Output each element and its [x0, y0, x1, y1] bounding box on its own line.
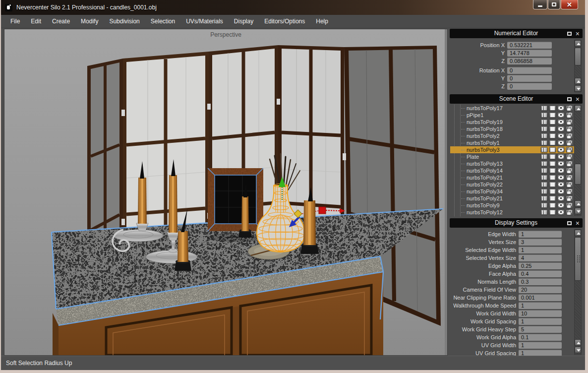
shaded-icon[interactable] [549, 126, 556, 132]
scene-row[interactable]: nurbsToPoly21 [450, 195, 574, 202]
position-z-field[interactable]: 0.086858 [507, 58, 552, 64]
setting-field[interactable]: 0.1 [519, 334, 562, 341]
scene-row[interactable]: nurbsToPoly14 [450, 167, 574, 174]
numerical-editor-header[interactable]: Numerical Editor × [450, 29, 583, 38]
scroll-up-button[interactable] [575, 200, 581, 207]
eye-icon[interactable] [557, 209, 565, 215]
shaded-icon[interactable] [549, 188, 556, 194]
scene-object-label[interactable]: Plate [465, 154, 539, 160]
shaded-icon[interactable] [549, 112, 556, 118]
eye-icon[interactable] [557, 182, 565, 187]
eye-icon[interactable] [557, 112, 565, 118]
shaded-icon[interactable] [549, 175, 556, 181]
lock-icon[interactable] [566, 133, 573, 139]
picture-frame[interactable] [207, 168, 264, 242]
setting-field[interactable]: 0.25 [519, 262, 562, 269]
multiview-icon[interactable] [540, 168, 548, 174]
eye-icon[interactable] [557, 140, 565, 146]
eye-icon[interactable] [557, 133, 565, 139]
position-y-field[interactable]: 14.7478 [507, 50, 552, 57]
eye-icon[interactable] [557, 105, 565, 111]
lock-icon[interactable] [566, 175, 573, 181]
multiview-icon[interactable] [540, 182, 548, 187]
scene-row[interactable]: nurbsToPoly18 [450, 125, 574, 132]
multiview-icon[interactable] [540, 147, 548, 153]
scene-object-label[interactable]: nurbsToPoly14 [465, 168, 539, 174]
rotation-y-field[interactable]: 0 [507, 75, 552, 82]
scene-row-selected[interactable]: nurbsToPoly3 [450, 146, 574, 153]
eye-icon[interactable] [557, 161, 565, 167]
scene-object-label[interactable]: nurbsToPoly19 [465, 119, 539, 125]
rotation-z-field[interactable]: 0 [507, 83, 552, 90]
scene-row[interactable]: nurbsToPoly2 [450, 132, 574, 139]
scene-object-label[interactable]: nurbsToPoly3 [465, 147, 539, 153]
menu-help[interactable]: Help [310, 15, 334, 28]
scene-object-label[interactable]: nurbsToPoly21 [465, 175, 539, 181]
multiview-icon[interactable] [540, 105, 548, 111]
scene-row[interactable]: nurbsToPoly17 [450, 105, 574, 112]
menu-create[interactable]: Create [47, 15, 75, 28]
scene-row[interactable]: nurbsToPoly34 [450, 188, 574, 195]
scroll-up-button[interactable] [575, 339, 581, 346]
lock-icon[interactable] [566, 161, 573, 167]
lock-icon[interactable] [566, 168, 573, 174]
menu-selection[interactable]: Selection [145, 15, 180, 28]
rotation-x-field[interactable]: 0 [507, 67, 552, 74]
setting-field[interactable]: 3 [519, 239, 562, 246]
setting-field[interactable]: 0.3 [519, 278, 562, 285]
multiview-icon[interactable] [540, 202, 548, 208]
lock-icon[interactable] [566, 202, 573, 208]
scene-object-label[interactable]: nurbsToPoly13 [465, 161, 539, 167]
shaded-icon[interactable] [549, 154, 556, 160]
scene-object-label[interactable]: nurbsToPoly12 [465, 209, 539, 215]
scene-row[interactable]: pPipe1 [450, 112, 574, 119]
setting-field[interactable]: 10 [519, 310, 562, 317]
eye-icon[interactable] [557, 168, 565, 174]
scene-object-label[interactable]: nurbsToPoly21 [465, 195, 539, 201]
lock-icon[interactable] [566, 140, 573, 146]
setting-field[interactable]: 1 [519, 342, 562, 349]
scene-object-label[interactable]: nurbsToPoly17 [465, 105, 539, 111]
manipulator-x-handle[interactable] [319, 207, 326, 214]
lock-icon[interactable] [566, 195, 573, 201]
scene-row[interactable]: nurbsToPoly12 [450, 209, 574, 216]
scene-row[interactable]: nurbsToPoly21 [450, 174, 574, 181]
shaded-icon[interactable] [549, 168, 556, 174]
panel-close-icon[interactable]: × [576, 220, 580, 227]
scene-row[interactable]: nurbsToPoly19 [450, 119, 574, 125]
eye-icon[interactable] [557, 147, 565, 153]
menu-uvs-materials[interactable]: UVs/Materials [180, 15, 229, 28]
menu-subdivision[interactable]: Subdivision [104, 15, 145, 28]
lock-icon[interactable] [566, 105, 573, 111]
shaded-icon[interactable] [549, 209, 556, 215]
shaded-icon[interactable] [549, 182, 556, 187]
shaded-icon[interactable] [549, 195, 556, 201]
panel-maximize-icon[interactable] [567, 97, 572, 101]
scroll-up-button[interactable] [575, 78, 581, 84]
eye-icon[interactable] [557, 126, 565, 132]
scene-row[interactable]: nurbsToPoly22 [450, 181, 574, 188]
minimize-button[interactable] [533, 0, 547, 9]
panel-close-icon[interactable]: × [576, 96, 580, 103]
multiview-icon[interactable] [540, 161, 548, 167]
menu-display[interactable]: Display [229, 15, 259, 28]
close-button[interactable]: ✕ [561, 0, 578, 9]
lock-icon[interactable] [566, 188, 573, 194]
lock-icon[interactable] [566, 119, 573, 125]
scene-object-label[interactable]: nurbsToPoly18 [465, 126, 539, 132]
lock-icon[interactable] [566, 182, 573, 187]
menu-modify[interactable]: Modify [75, 15, 104, 28]
menu-file[interactable]: File [5, 15, 25, 28]
setting-field[interactable]: 5 [519, 326, 562, 333]
eye-icon[interactable] [557, 195, 565, 201]
scene-editor-scrollbar[interactable] [574, 105, 582, 216]
lock-icon[interactable] [566, 112, 573, 118]
shaded-icon[interactable] [549, 140, 556, 146]
eye-icon[interactable] [557, 202, 565, 208]
setting-field[interactable]: 0.001 [519, 294, 562, 301]
multiview-icon[interactable] [540, 188, 548, 194]
setting-field[interactable]: 4 [519, 254, 562, 261]
shaded-icon[interactable] [549, 161, 556, 167]
scroll-down-button[interactable] [575, 208, 581, 214]
multiview-icon[interactable] [540, 195, 548, 201]
